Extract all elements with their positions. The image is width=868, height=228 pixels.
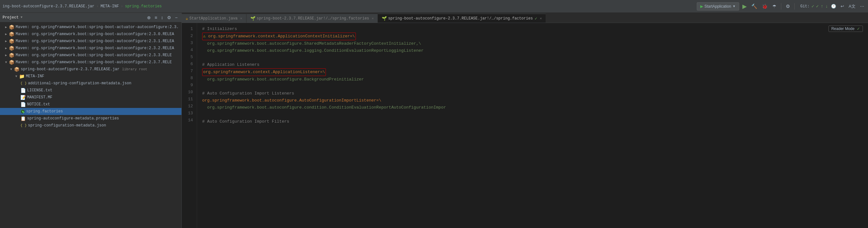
git-revert-button[interactable]: ↩ <box>839 3 845 9</box>
tree-item-maven5[interactable]: ▶ 📦 Maven: org.springframework.boot:spri… <box>0 52 181 59</box>
tree-item-jar[interactable]: ▼ 📦 spring-boot-autoconfigure-2.3.7.RELE… <box>0 66 181 73</box>
item-label: Maven: org.springframework.boot:spring-b… <box>16 25 179 29</box>
git-pull-icon: ↓ <box>825 4 828 9</box>
item-label: NOTICE.txt <box>27 102 50 107</box>
spring-factories-icon <box>21 109 25 114</box>
debug-button[interactable]: 🐞 <box>761 3 769 10</box>
tree-item-meta-inf[interactable]: ▼ 📁 META-INF <box>0 73 181 80</box>
build-button[interactable]: 🔨 <box>750 3 758 10</box>
factories-icon: 🌱 <box>250 16 255 21</box>
translate-button[interactable]: A文 <box>847 3 857 10</box>
jar-icon: 📦 <box>9 32 14 37</box>
tab-spring-boot-autoconfigure-factories[interactable]: 🌱 spring-boot-autoconfigure-2.3.7.RELEAS… <box>378 14 546 23</box>
line-numbers: 1 2 3 4 5 6 7 8 9 10 11 12 13 14 <box>182 23 197 228</box>
run-config-icon: ▶ <box>700 4 703 9</box>
txt-icon: 📄 <box>21 88 26 93</box>
item-label: spring-boot-autoconfigure-2.3.7.RELEASE.… <box>21 67 120 72</box>
jar-icon: 📦 <box>9 53 14 58</box>
git-label: Git: <box>800 4 810 9</box>
editor-area: ☕ StartApplication.java ✕ 🌱 spring-boot-… <box>182 13 868 228</box>
jar-file-icon: 📦 <box>14 67 20 72</box>
tab-check-icon: ✓ <box>535 16 537 21</box>
arrow-icon: ▶ <box>5 53 7 57</box>
git-check-icon: ✓ <box>811 3 814 9</box>
tab-close-icon[interactable]: ✕ <box>240 16 242 21</box>
code-text: # Auto Configuration Import Listeners <box>202 90 294 97</box>
sidebar-close-button[interactable]: − <box>174 15 179 21</box>
tree-item-manifest[interactable]: 📝 MANIFEST.MF <box>0 94 181 101</box>
sidebar-dropdown-icon: ▼ <box>21 16 22 19</box>
item-label: spring-autoconfigure-metadata.properties <box>27 116 119 121</box>
git-check-icon2: ✓ <box>816 3 818 9</box>
tabs-bar: ☕ StartApplication.java ✕ 🌱 spring-boot-… <box>182 13 868 23</box>
code-line-13 <box>202 111 863 118</box>
code-text: org.springframework.context.ApplicationC… <box>208 34 355 39</box>
tree-item-maven6[interactable]: ▼ 📦 Maven: org.springframework.boot:spri… <box>0 59 181 66</box>
tree-item-notice[interactable]: 📄 NOTICE.txt <box>0 101 181 108</box>
run-config-button[interactable]: ▶ StartApplication ▼ <box>697 2 739 10</box>
code-line-12: org.springframework.boot.autoconfigure.c… <box>202 104 863 111</box>
tree-item-maven2[interactable]: ▶ 📦 Maven: org.springframework.boot:spri… <box>0 31 181 38</box>
json-icon: { } <box>21 81 27 85</box>
txt-icon: 📄 <box>21 102 26 107</box>
editor-content[interactable]: 1 2 3 4 5 6 7 8 9 10 11 12 13 14 Reader … <box>182 23 868 228</box>
arrow-icon: ▼ <box>5 61 7 64</box>
tree-item-spring-factories[interactable]: spring.factories <box>0 108 181 115</box>
reader-mode-button[interactable]: Reader Mode ✓ <box>829 26 863 32</box>
code-line-14: # Auto Configuration Import Filters <box>202 118 863 125</box>
arrow-icon: ▼ <box>15 75 17 78</box>
code-text: org.springframework.boot.autoconfigure.c… <box>202 104 446 111</box>
item-label: MANIFEST.MF <box>27 95 52 99</box>
code-line-6: # Application Listeners <box>202 61 863 68</box>
item-label: Maven: org.springframework.boot:spring-b… <box>16 60 172 64</box>
tree-item-license[interactable]: 📄 LICENSE.txt <box>0 87 181 94</box>
item-label: Maven: org.springframework.boot:spring-b… <box>16 32 174 36</box>
tree-item-maven1[interactable]: ▶ 📦 Maven: org.springframework.boot:spri… <box>0 24 181 31</box>
tab-close-icon[interactable]: ✕ <box>372 16 374 21</box>
sidebar-settings-button[interactable]: ⚙ <box>166 15 173 21</box>
code-text: org.springframework.boot.autoconfigure.S… <box>202 40 421 47</box>
run-button[interactable]: ▶ <box>741 2 748 10</box>
arrow-icon: ▶ <box>5 32 7 36</box>
code-line-1: # Initializers <box>202 26 863 33</box>
git-history-button[interactable]: 🕐 <box>830 3 837 9</box>
spring-factories-label: spring.factories <box>26 109 63 114</box>
tree-item-json-metadata[interactable]: { } additional-spring-configuration-meta… <box>0 80 181 87</box>
jar-icon: 📦 <box>9 39 14 44</box>
dropdown-icon: ▼ <box>733 4 736 8</box>
sidebar-header: Project ▼ ⊕ ≡ ↕ ⚙ − <box>0 13 181 22</box>
more-button[interactable]: ⋯ <box>859 3 865 9</box>
code-line-7: org.springframework.context.ApplicationL… <box>202 68 863 76</box>
settings-button[interactable]: ⚙ <box>784 3 791 10</box>
code-line-3: org.springframework.boot.autoconfigure.S… <box>202 40 863 47</box>
arrow-icon: ▼ <box>10 68 12 71</box>
collapse-all-button[interactable]: ≡ <box>153 15 158 21</box>
locate-button[interactable]: ⊕ <box>146 15 152 21</box>
toolbar: ing-boot-autoconfigure-2.3.7.RELEASE.jar… <box>0 0 868 13</box>
item-label: Maven: org.springframework.boot:spring-b… <box>16 39 174 44</box>
jar-icon: 📦 <box>9 60 14 65</box>
code-line-9 <box>202 83 863 90</box>
item-label: META-INF <box>26 74 44 79</box>
tab-start-application[interactable]: ☕ StartApplication.java ✕ <box>182 14 247 23</box>
tab-spring-boot-factories[interactable]: 🌱 spring-boot-2.3.7.RELEASE.jar!/…/sprin… <box>247 14 378 23</box>
item-label: LICENSE.txt <box>27 88 52 93</box>
tree-item-properties[interactable]: 📋 spring-autoconfigure-metadata.properti… <box>0 115 181 122</box>
sidebar-sort-button[interactable]: ↕ <box>160 15 164 21</box>
reader-mode-label: Reader Mode <box>831 27 855 31</box>
arrow-icon: ▶ <box>5 46 7 50</box>
tree-item-maven4[interactable]: ▶ 📦 Maven: org.springframework.boot:spri… <box>0 45 181 52</box>
code-text: # Initializers <box>202 26 237 33</box>
tree-item-maven3[interactable]: ▶ 📦 Maven: org.springframework.boot:spri… <box>0 38 181 45</box>
main-area: Project ▼ ⊕ ≡ ↕ ⚙ − ▶ 📦 Maven: org.sprin… <box>0 13 868 228</box>
code-icon: ⚠ <box>203 34 206 39</box>
sidebar-tree[interactable]: ▶ 📦 Maven: org.springframework.boot:spri… <box>0 22 181 228</box>
arrow-icon: ▶ <box>5 25 7 29</box>
tree-item-config-json[interactable]: { } spring-configuration-metadata.json <box>0 122 181 129</box>
coverage-button[interactable]: ☂ <box>771 3 778 9</box>
code-editor[interactable]: Reader Mode ✓ # Initializers ⚠ org.sprin… <box>197 23 868 228</box>
code-text: org.springframework.boot.autoconfigure.l… <box>202 47 424 54</box>
breadcrumb-sep1: › <box>96 4 98 9</box>
tab-close-icon[interactable]: ✕ <box>540 16 542 21</box>
code-text: org.springframework.boot.autoconfigure.A… <box>202 97 381 104</box>
